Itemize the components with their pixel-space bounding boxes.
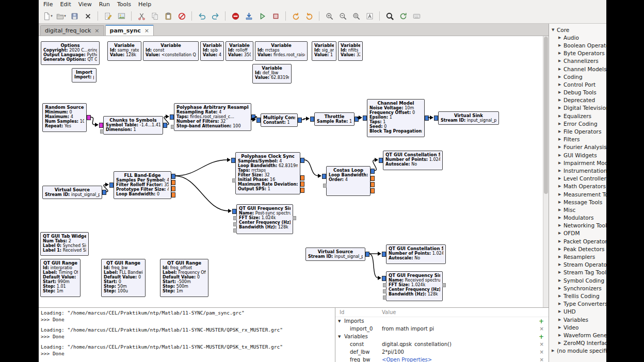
tree-item-audio[interactable]: ▶Audio: [549, 34, 606, 41]
optional-in-port[interactable]: [323, 184, 327, 188]
optional-in-port[interactable]: [383, 295, 387, 300]
out-port[interactable]: [300, 175, 304, 180]
tree-item-file-operators[interactable]: ▶File Operators: [549, 127, 606, 135]
tree-item-packet-operators[interactable]: ▶Packet Operators: [549, 237, 606, 245]
redo-button[interactable]: [209, 10, 221, 22]
menu-help[interactable]: Help: [135, 1, 155, 8]
expander-icon[interactable]: ▶: [558, 302, 564, 306]
toggle-ids-button[interactable]: [363, 10, 376, 22]
expander-icon[interactable]: ▶: [552, 349, 557, 353]
block-var-nfilts[interactable]: VariableId: nfiltsValue: 32: [338, 41, 363, 61]
out-port[interactable]: [102, 190, 106, 195]
tree-item-networking-tools[interactable]: ▶Networking Tools: [549, 222, 606, 229]
expander-icon[interactable]: ▶: [558, 83, 564, 87]
tree-item-digital-television[interactable]: ▶Digital Television: [549, 104, 606, 112]
block-random-source[interactable]: Random SourceMinimum: 0Maximum: 4Num Sam…: [42, 103, 87, 132]
remove-icon[interactable]: ×: [540, 349, 544, 355]
tree-item-channelizers[interactable]: ▶Channelizers: [549, 57, 606, 65]
in-port[interactable]: [382, 252, 386, 257]
tree-item-ofdm[interactable]: ▶OFDM: [549, 229, 606, 237]
expander-icon[interactable]: ▶: [558, 137, 564, 141]
varpanel-row-freq-bw[interactable]: freq_bw<Open Properties>×: [335, 356, 549, 362]
optional-in-port[interactable]: [232, 178, 236, 183]
menu-run[interactable]: Run: [95, 1, 114, 8]
print-button[interactable]: [102, 10, 114, 22]
expander-icon[interactable]: ▶: [558, 145, 564, 149]
in-port[interactable]: [256, 118, 261, 123]
in-port[interactable]: [434, 116, 438, 121]
out-port[interactable]: [171, 192, 175, 198]
out-port[interactable]: [163, 123, 167, 128]
scrollbar-thumb[interactable]: [544, 37, 548, 194]
block-fll[interactable]: FLL Band-EdgeSamples Per Symbol: 4Filter…: [114, 171, 171, 199]
close-icon[interactable]: ×: [144, 27, 149, 34]
in-port[interactable]: [231, 158, 235, 163]
optional-in-port[interactable]: [233, 228, 237, 233]
copy-button[interactable]: [149, 10, 161, 22]
out-port[interactable]: [371, 176, 375, 181]
tree-item-message-tools[interactable]: ▶Message Tools: [549, 198, 606, 206]
block-constsink-bot[interactable]: QT GUI Constellation SinkNumber of Point…: [386, 244, 446, 264]
out-port[interactable]: [300, 188, 304, 193]
tree-item-video[interactable]: ▶Video: [549, 323, 606, 331]
open-button[interactable]: ▾: [55, 10, 67, 22]
block-channel[interactable]: Channel ModelNoise Voltage: 10mFrequency…: [367, 99, 425, 137]
block-pcs[interactable]: Polyphase Clock SyncSamples/Symbol: 4Loo…: [235, 152, 300, 194]
expander-icon[interactable]: ▶: [558, 122, 564, 126]
expander-icon[interactable]: ▶: [558, 231, 564, 235]
tree-item-math-operators[interactable]: ▶Math Operators: [549, 183, 606, 190]
out-port[interactable]: [171, 180, 175, 185]
block-constsink-top[interactable]: QT GUI Constellation SinkNumber of Point…: [383, 151, 443, 170]
varpanel-group-imports[interactable]: ▼Imports+: [335, 317, 549, 325]
tree-item-fourier-analysis[interactable]: ▶Fourier Analysis: [549, 143, 606, 151]
tree-item-resamplers[interactable]: ▶Resamplers: [549, 253, 606, 260]
block-var-samp-rate[interactable]: VariableId: samp_rateValue: 128k: [107, 41, 141, 61]
zoom-reset-button[interactable]: [350, 10, 362, 22]
expander-icon[interactable]: ▶: [558, 75, 564, 79]
in-port[interactable]: [109, 183, 114, 188]
block-range-freq-bw[interactable]: QT GUI RangeId: freq_bwLabel: FLL Bandwi…: [101, 259, 146, 297]
block-vsource-top[interactable]: Virtual SourceStream ID: input_signal_pr…: [42, 186, 102, 199]
tree-item-control-port[interactable]: ▶Control Port: [549, 80, 606, 88]
expander-icon[interactable]: ▶: [558, 67, 564, 71]
tree-item-channel-models[interactable]: ▶Channel Models: [549, 65, 606, 73]
tree-item-variables[interactable]: ▶Variables: [549, 316, 606, 323]
add-icon[interactable]: +: [539, 333, 544, 340]
shortcuts-button[interactable]: [410, 10, 423, 22]
block-multiply[interactable]: Multiply ConstConstant: 1: [261, 113, 298, 127]
expander-icon[interactable]: ▶: [558, 286, 564, 290]
optional-in-port[interactable]: [383, 283, 387, 287]
expander-icon[interactable]: ▶: [558, 270, 564, 274]
block-range-freq-offset[interactable]: QT GUI RangeId: freq_offsetLabel: Freque…: [160, 259, 208, 297]
expander-icon[interactable]: ▶: [558, 294, 564, 298]
expander-icon[interactable]: ▶: [558, 309, 564, 314]
tree-item-measurement-tools[interactable]: ▶Measurement Tools: [549, 190, 606, 198]
out-port[interactable]: [371, 182, 375, 187]
optional-in-port[interactable]: [383, 289, 387, 293]
in-port[interactable]: [363, 116, 367, 121]
kill-button[interactable]: [269, 10, 282, 22]
block-import-pi[interactable]: ImportImport: pi: [72, 68, 96, 83]
expander-icon[interactable]: ▶: [558, 43, 564, 47]
open-properties-link[interactable]: <Open Properties>: [382, 357, 535, 362]
tree-item-type-converters[interactable]: ▶Type Converters: [549, 300, 606, 308]
optional-out-port[interactable]: [442, 283, 446, 287]
block-costas[interactable]: Costas LoopLoop Bandwidth: 0Order: 4: [326, 166, 371, 196]
remove-icon[interactable]: ×: [540, 357, 544, 362]
out-port[interactable]: [371, 169, 375, 174]
in-port[interactable]: [382, 276, 386, 281]
execute-button[interactable]: [256, 10, 268, 22]
expander-icon[interactable]: ▶: [558, 176, 564, 180]
in-port[interactable]: [99, 123, 103, 128]
paste-button[interactable]: [162, 10, 174, 22]
out-port[interactable]: [171, 174, 175, 179]
tree-item-instrumentation[interactable]: ▶Instrumentation: [549, 167, 606, 174]
expander-icon[interactable]: ▶: [558, 341, 564, 345]
reload-blocks-button[interactable]: [397, 10, 409, 22]
expander-icon[interactable]: ▶: [558, 192, 564, 196]
tree-item-boolean-operators[interactable]: ▶Boolean Operators: [549, 41, 606, 49]
expander-icon[interactable]: ▶: [558, 278, 564, 283]
in-port[interactable]: [170, 114, 174, 120]
out-port[interactable]: [298, 118, 302, 123]
tree-item-gui-widgets[interactable]: ▶GUI Widgets: [549, 151, 606, 159]
